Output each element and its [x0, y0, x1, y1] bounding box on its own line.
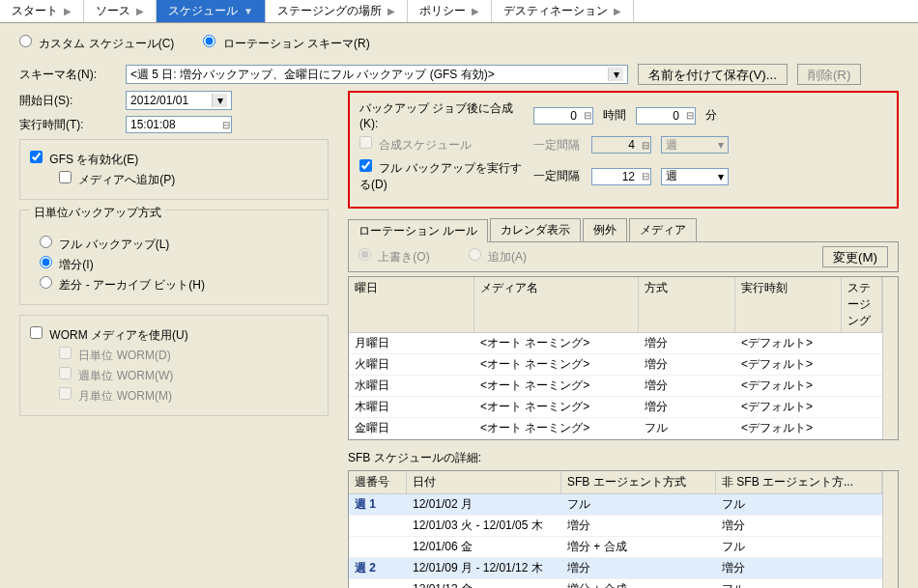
day-method-legend: 日単位バックアップ方式	[30, 205, 165, 221]
chevron-right-icon: ▶	[136, 6, 144, 16]
subtab-media[interactable]: メディア	[629, 218, 697, 241]
synthetic-full-box: バックアップ ジョブ後に合成(K): 0 時間 0 分 合成スケジュール 一定間…	[348, 91, 899, 209]
tab-policy[interactable]: ポリシー▶	[408, 0, 492, 22]
col-non-sfb-agent[interactable]: 非 SFB エージェント方...	[716, 471, 882, 493]
table-row[interactable]: 金曜日<オート ネーミング>フル<デフォルト>	[349, 418, 882, 439]
tab-schedule[interactable]: スケジュール▼	[157, 0, 266, 22]
table-row[interactable]: 12/01/03 火 - 12/01/05 木増分増分	[349, 516, 882, 537]
scrollbar[interactable]	[882, 471, 898, 588]
rotation-table: 曜日 メディア名 方式 実行時刻 ステージング 月曜日<オート ネーミング>増分…	[348, 276, 899, 440]
start-date-picker[interactable]: 2012/01/01▾	[126, 91, 232, 110]
schema-name-label: スキーマ名(N):	[19, 67, 116, 83]
col-media[interactable]: メディア名	[474, 277, 639, 332]
chevron-right-icon: ▶	[472, 6, 479, 16]
col-date[interactable]: 日付	[407, 471, 561, 493]
chevron-down-icon: ▾	[718, 170, 724, 183]
start-date-label: 開始日(S):	[19, 93, 116, 109]
radio-rotation-schema[interactable]: ローテーション スキーマ(R)	[203, 35, 369, 52]
interval2-spinner[interactable]: 12	[591, 168, 651, 185]
col-day[interactable]: 曜日	[349, 277, 474, 332]
sfb-title: SFB スケジュールの詳細:	[348, 450, 899, 466]
interval1-label: 一定間隔	[533, 137, 582, 154]
checkbox-worm-day: 日単位 WORM(D)	[59, 347, 171, 364]
radio-overwrite: 上書き(O)	[359, 248, 430, 266]
table-row[interactable]: 木曜日<オート ネーミング>増分<デフォルト>	[349, 397, 882, 418]
table-row[interactable]: 月曜日<オート ネーミング>増分<デフォルト>	[349, 333, 882, 354]
delete-button[interactable]: 削除(R)	[797, 64, 862, 85]
scrollbar[interactable]	[882, 277, 898, 439]
after-job-hours-spinner[interactable]: 0	[533, 107, 593, 125]
checkbox-worm-month: 月単位 WORM(M)	[59, 387, 172, 405]
table-row[interactable]: 週 212/01/09 月 - 12/01/12 木増分増分	[349, 558, 882, 579]
interval2-label: 一定間隔	[533, 168, 582, 184]
radio-custom-schedule[interactable]: カスタム スケジュール(C)	[19, 35, 174, 52]
tab-staging[interactable]: ステージングの場所▶	[266, 0, 408, 22]
checkbox-use-worm[interactable]: WORM メディアを使用(U)	[30, 326, 188, 344]
subtab-exceptions[interactable]: 例外	[583, 218, 627, 241]
tab-source[interactable]: ソース▶	[84, 0, 157, 22]
exec-time-spinner[interactable]: 15:01:08	[126, 116, 232, 133]
chevron-down-icon: ▼	[244, 6, 253, 16]
subtab-calendar[interactable]: カレンダ表示	[490, 218, 581, 241]
chevron-right-icon: ▶	[64, 6, 72, 16]
chevron-right-icon: ▶	[387, 6, 395, 16]
col-staging[interactable]: ステージング	[842, 277, 882, 332]
radio-append: 追加(A)	[469, 248, 527, 266]
radio-full-backup[interactable]: フル バックアップ(L)	[40, 236, 169, 253]
tab-destination[interactable]: デスティネーション▶	[492, 0, 634, 22]
table-row[interactable]: 火曜日<オート ネーミング>増分<デフォルト>	[349, 354, 882, 376]
interval1-unit-select: 週▾	[661, 136, 729, 154]
exec-time-label: 実行時間(T):	[19, 117, 116, 133]
checkbox-run-full[interactable]: フル バックアップを実行する(D)	[359, 159, 524, 193]
chevron-right-icon: ▶	[614, 6, 621, 16]
table-row[interactable]: 週 112/01/02 月フルフル	[349, 494, 882, 516]
radio-incremental[interactable]: 増分(I)	[40, 256, 94, 273]
sfb-table: 週番号 日付 SFB エージェント方式 非 SFB エージェント方... 週 1…	[348, 470, 899, 588]
table-row[interactable]: 12/01/06 金増分 + 合成フル	[349, 537, 882, 558]
interval2-unit-select[interactable]: 週▾	[661, 168, 729, 185]
checkbox-worm-week: 週単位 WORM(W)	[59, 367, 173, 384]
after-job-label: バックアップ ジョブ後に合成(K):	[359, 100, 524, 130]
subtab-rotation-rules[interactable]: ローテーション ルール	[348, 219, 488, 242]
table-row[interactable]: 水曜日<オート ネーミング>増分<デフォルト>	[349, 376, 882, 397]
after-job-mins-spinner[interactable]: 0	[636, 107, 696, 125]
chevron-down-icon: ▾	[718, 138, 724, 152]
wizard-tabs: スタート▶ ソース▶ スケジュール▼ ステージングの場所▶ ポリシー▶ デスティ…	[0, 0, 918, 23]
table-row[interactable]: 12/01/13 金増分 + 合成フル	[349, 579, 882, 588]
chevron-down-icon: ▾	[212, 94, 227, 107]
checkbox-add-media[interactable]: メディアへ追加(P)	[59, 171, 175, 188]
chevron-down-icon: ▾	[608, 68, 623, 81]
schema-name-combo[interactable]: <週 5 日: 増分バックアップ、金曜日にフル バックアップ (GFS 有効)>…	[126, 65, 628, 84]
col-week[interactable]: 週番号	[349, 471, 407, 493]
hours-label: 時間	[603, 107, 626, 124]
save-as-button[interactable]: 名前を付けて保存(V)...	[638, 64, 788, 85]
col-sfb-agent[interactable]: SFB エージェント方式	[561, 471, 716, 493]
change-button[interactable]: 変更(M)	[822, 246, 888, 267]
interval1-spinner: 4	[591, 136, 651, 154]
rotation-subtabs: ローテーション ルール カレンダ表示 例外 メディア	[348, 218, 899, 242]
checkbox-enable-gfs[interactable]: GFS を有効化(E)	[30, 151, 138, 168]
col-time[interactable]: 実行時刻	[735, 277, 842, 332]
radio-differential[interactable]: 差分 - アーカイブ ビット(H)	[40, 276, 205, 294]
checkbox-synth-schedule: 合成スケジュール	[359, 136, 524, 154]
col-method[interactable]: 方式	[639, 277, 735, 332]
mins-label: 分	[705, 107, 717, 124]
tab-start[interactable]: スタート▶	[0, 0, 84, 22]
